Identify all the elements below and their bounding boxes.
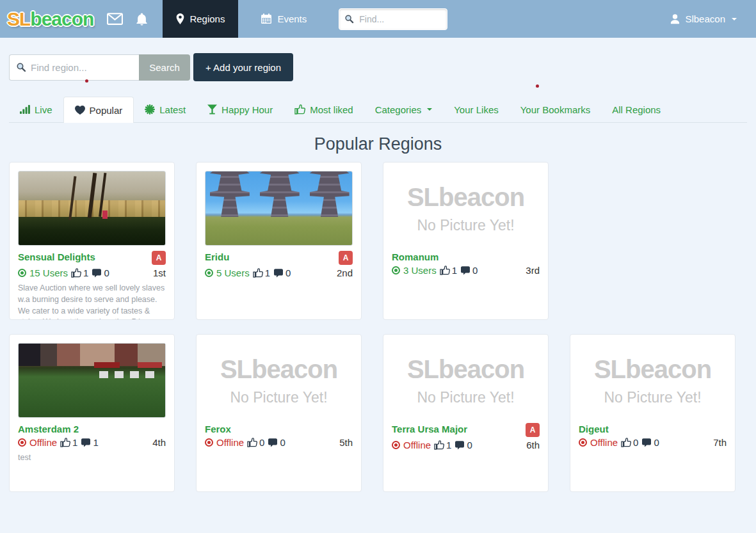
- status-dot-icon: [392, 266, 400, 274]
- martini-icon: [207, 104, 217, 115]
- user-name: Slbeacon: [685, 13, 725, 24]
- region-card: SLbeacon No Picture Yet! Ferox Offline 0…: [196, 334, 362, 492]
- region-card: Amsterdam 2 Offline 1 1 4th test: [9, 334, 175, 492]
- heart-icon: [75, 106, 85, 115]
- region-name-link[interactable]: Ferox: [205, 424, 231, 434]
- no-picture-placeholder[interactable]: SLbeacon No Picture Yet!: [205, 343, 353, 418]
- tab-live[interactable]: Live: [9, 97, 63, 122]
- comments-count: 1: [81, 437, 98, 448]
- region-name-link[interactable]: Eridu: [205, 251, 229, 262]
- logo-beacon: beacon: [30, 8, 93, 29]
- region-card-grid: Sensual Delights A 15 Users 1 0 1st Slav…: [0, 162, 756, 492]
- navbar-search: [339, 8, 447, 30]
- add-region-button[interactable]: + Add your region: [193, 53, 293, 81]
- caret-down-icon: [427, 108, 432, 111]
- find-region-group: Search: [9, 54, 190, 81]
- comment-icon: [454, 441, 465, 450]
- placeholder-logo-text: SLbeacon: [407, 355, 524, 384]
- thumbs-up-icon: [71, 268, 81, 278]
- region-status: Offline: [18, 437, 57, 448]
- nav-tab-events[interactable]: Events: [247, 0, 320, 38]
- nav-tab-regions[interactable]: Regions: [163, 0, 238, 38]
- no-picture-placeholder[interactable]: SLbeacon No Picture Yet!: [579, 343, 727, 418]
- thumbs-up-icon: [294, 104, 305, 115]
- nav-events-label: Events: [277, 13, 307, 24]
- mail-icon[interactable]: [107, 13, 123, 25]
- status-dot-icon: [392, 441, 400, 449]
- region-card: Sensual Delights A 15 Users 1 0 1st Slav…: [9, 162, 175, 320]
- region-rank: 1st: [153, 267, 166, 278]
- search-icon: [16, 62, 26, 72]
- comment-icon: [641, 438, 652, 447]
- region-thumbnail[interactable]: [205, 171, 353, 246]
- region-description: test: [18, 452, 166, 464]
- find-region-input[interactable]: [9, 54, 139, 81]
- region-search-toolbar: Search + Add your region: [0, 38, 756, 81]
- adult-badge: A: [526, 423, 540, 437]
- region-status: Offline: [392, 440, 431, 450]
- top-navbar: SLbeacon Regions Events Slbeacon: [0, 0, 756, 38]
- scene-layer: [310, 171, 350, 217]
- tab-your-likes[interactable]: Your Likes: [443, 97, 510, 122]
- placeholder-logo-text: SLbeacon: [594, 355, 711, 384]
- region-thumbnail[interactable]: [18, 343, 166, 418]
- region-name-link[interactable]: Amsterdam 2: [18, 424, 79, 434]
- no-picture-placeholder[interactable]: SLbeacon No Picture Yet!: [392, 171, 540, 246]
- tab-categories[interactable]: Categories: [364, 97, 444, 122]
- status-dot-icon: [205, 269, 213, 277]
- region-card: SLbeacon No Picture Yet! Romanum 3 Users…: [383, 162, 549, 320]
- region-rank: 4th: [152, 437, 166, 448]
- calendar-icon: [261, 13, 272, 24]
- comment-icon: [81, 438, 91, 447]
- burst-icon: [145, 104, 155, 115]
- thumbs-up-icon: [621, 438, 631, 447]
- scene-layer: [99, 371, 161, 379]
- user-menu[interactable]: Slbeacon: [670, 13, 737, 24]
- likes-count: 1: [71, 267, 88, 278]
- thumbs-up-icon: [434, 440, 444, 450]
- scene-layer: [260, 171, 300, 217]
- app-logo[interactable]: SLbeacon: [7, 8, 93, 30]
- region-name-link[interactable]: Terra Ursa Major: [392, 424, 467, 434]
- tab-latest[interactable]: Latest: [134, 97, 197, 122]
- comments-count: 0: [273, 267, 291, 278]
- stray-red-dot: [536, 84, 539, 88]
- tab-happy-hour[interactable]: Happy Hour: [197, 97, 284, 122]
- region-status: 3 Users: [392, 265, 437, 276]
- thumbs-up-icon: [60, 438, 70, 447]
- status-dot-icon: [579, 438, 587, 447]
- no-picture-placeholder[interactable]: SLbeacon No Picture Yet!: [392, 343, 540, 418]
- likes-count: 1: [253, 267, 270, 278]
- region-thumbnail[interactable]: [18, 171, 166, 246]
- region-status: 5 Users: [205, 267, 250, 278]
- stray-red-dot: [85, 79, 88, 83]
- nav-regions-label: Regions: [189, 13, 225, 24]
- tab-most-liked[interactable]: Most liked: [284, 97, 364, 122]
- region-filter-tabs: Live Popular Latest Happy Hour Most like…: [9, 97, 747, 123]
- scene-layer: [19, 362, 165, 368]
- likes-count: 1: [60, 437, 77, 448]
- tab-popular[interactable]: Popular: [63, 97, 134, 123]
- logo-sl: SL: [7, 8, 30, 29]
- region-description: Slave Auction where we sell lovely slave…: [18, 283, 166, 320]
- search-button[interactable]: Search: [139, 54, 190, 81]
- region-name-link[interactable]: Sensual Delights: [18, 251, 95, 262]
- region-card: SLbeacon No Picture Yet! Digeut Offline …: [570, 334, 736, 492]
- region-name-link[interactable]: Digeut: [579, 424, 609, 434]
- tab-your-bookmarks[interactable]: Your Bookmarks: [510, 97, 602, 122]
- notifications-bell-icon[interactable]: [136, 13, 147, 26]
- likes-count: 0: [247, 437, 264, 448]
- map-pin-icon: [176, 13, 184, 24]
- region-name-link[interactable]: Romanum: [392, 251, 438, 262]
- comment-icon: [273, 269, 284, 278]
- navbar-search-input[interactable]: [339, 8, 447, 30]
- region-rank: 7th: [713, 437, 727, 448]
- caret-down-icon: [732, 18, 737, 20]
- placeholder-logo-text: SLbeacon: [220, 355, 337, 384]
- comments-count: 0: [454, 440, 472, 450]
- thumbs-up-icon: [253, 268, 263, 278]
- signal-bars-icon: [20, 105, 30, 114]
- region-rank: 3rd: [526, 265, 540, 276]
- thumbs-up-icon: [247, 438, 257, 447]
- tab-all-regions[interactable]: All Regions: [601, 97, 672, 122]
